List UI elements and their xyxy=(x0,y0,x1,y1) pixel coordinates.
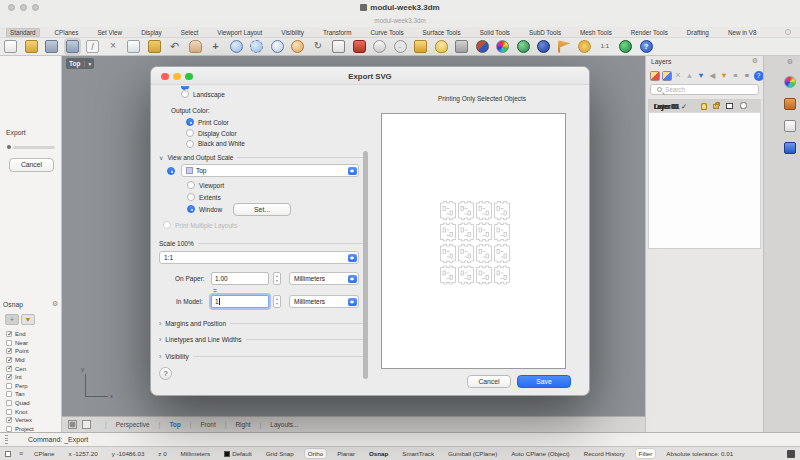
toolbar-tab[interactable]: Surface Tools xyxy=(419,28,465,37)
collapsed-section-header[interactable]: › Visibility xyxy=(159,348,363,365)
osnap-filter-tab-icon[interactable]: ▼ xyxy=(21,314,35,325)
view-dropdown[interactable]: Top xyxy=(181,164,359,177)
status-bar-item[interactable]: z 0 xyxy=(155,449,169,458)
help-icon[interactable]: ? xyxy=(640,40,653,53)
status-bar-item[interactable]: CPlane xyxy=(31,449,57,458)
viewport-tab[interactable]: Top xyxy=(150,421,181,428)
set-window-button[interactable]: Set... xyxy=(233,203,291,216)
dialog-save-button[interactable]: Save xyxy=(517,375,571,388)
status-pages-icon[interactable] xyxy=(787,450,795,458)
list-view-icon[interactable]: ≡ xyxy=(731,71,741,81)
toolbar-tab[interactable]: New in V8 xyxy=(724,28,761,37)
status-bar-item[interactable]: Gumball (CPlane) xyxy=(445,449,500,458)
rotate-view-icon[interactable]: ↻ xyxy=(312,40,325,53)
osnap-checkbox[interactable]: Near xyxy=(6,339,60,348)
toolbar-tab[interactable]: Visibility xyxy=(277,28,308,37)
new-sublayer-icon[interactable] xyxy=(662,71,672,81)
osnap-checkbox[interactable]: End xyxy=(6,330,60,339)
gear-flower-icon[interactable] xyxy=(578,40,591,53)
status-bar-item[interactable]: Millimeters xyxy=(178,449,214,458)
filter-yellow-icon[interactable]: ▼ xyxy=(719,71,729,81)
extents-radio[interactable]: Extents xyxy=(187,192,221,203)
osnap-checkbox[interactable]: Int xyxy=(6,373,60,382)
toolbar-tab[interactable]: Render Tools xyxy=(627,28,672,37)
status-bar-item[interactable]: Filter xyxy=(636,449,656,458)
menu-icon[interactable]: ≡ xyxy=(742,71,752,81)
export-cancel-button[interactable]: Cancel xyxy=(9,158,54,172)
status-bar-item[interactable]: y -10486.03 xyxy=(109,449,148,458)
save-locked-icon[interactable] xyxy=(66,40,79,53)
osnap-checkbox[interactable]: Quad xyxy=(6,399,60,408)
layer-visibility-bulb-icon[interactable] xyxy=(701,103,707,110)
viewport-title-button[interactable]: Top▾ xyxy=(66,58,94,69)
window-radio[interactable]: Window xyxy=(187,204,222,215)
pen-tool-icon[interactable]: / xyxy=(86,40,99,53)
command-prompt-text[interactable]: Command: _Export xyxy=(28,436,88,443)
toolbar-tab[interactable]: Viewport Layout xyxy=(213,28,266,37)
in-model-units-dropdown[interactable]: Millimeters xyxy=(289,295,359,308)
collapse-icon[interactable]: ◀ xyxy=(708,71,718,81)
layers-help-icon[interactable]: ? xyxy=(754,71,764,81)
osnap-snap-tab-icon[interactable]: + xyxy=(5,314,19,325)
scrollbar-thumb[interactable] xyxy=(363,151,368,379)
status-bar-item[interactable]: SmartTrack xyxy=(399,449,437,458)
osnap-checkbox[interactable]: Point xyxy=(6,347,60,356)
toolbar-tab[interactable]: Drafting xyxy=(683,28,713,37)
status-bar-item[interactable]: Osnap xyxy=(366,449,391,458)
osnap-checkbox[interactable]: Vertex xyxy=(6,416,60,425)
layer-row[interactable]: Layer 05 xyxy=(649,100,760,112)
scale-ratio-dropdown[interactable]: 1:1 xyxy=(159,251,359,264)
osnap-checkbox[interactable]: Perp xyxy=(6,382,60,391)
osnap-gear-icon[interactable]: ⚙ xyxy=(52,300,58,308)
hide-eye-icon[interactable] xyxy=(373,40,386,53)
landscape-radio[interactable]: Landscape xyxy=(181,89,225,100)
viewport-tab[interactable]: Layouts... xyxy=(251,421,299,428)
scale-dimension-icon[interactable]: 1:1 xyxy=(599,40,612,53)
toolbar-tab[interactable]: Mesh Tools xyxy=(576,28,616,37)
status-bar-item[interactable]: Ortho xyxy=(305,449,326,458)
view-radio[interactable] xyxy=(167,167,175,175)
status-bar-item[interactable]: Record History xyxy=(581,449,628,458)
viewport-tab[interactable]: Front xyxy=(181,421,216,428)
view-output-scale-header[interactable]: ∨ View and Output Scale xyxy=(159,154,363,161)
toolbar-tab[interactable]: Select xyxy=(177,28,203,37)
display-tab-icon[interactable] xyxy=(784,120,796,132)
single-viewport-icon[interactable] xyxy=(82,420,91,429)
render-globe-icon[interactable] xyxy=(619,40,632,53)
zoom-selected-icon[interactable] xyxy=(291,40,304,53)
save-icon[interactable] xyxy=(45,40,58,53)
undo-icon[interactable]: ↶ xyxy=(168,40,181,53)
on-paper-field[interactable]: 1.00 xyxy=(211,272,269,285)
layer-color-swatch[interactable] xyxy=(726,103,733,110)
toolbar-tab[interactable]: Display xyxy=(137,28,166,37)
status-bar-item[interactable]: Auto CPlane (Object) xyxy=(508,449,572,458)
status-menu-icon[interactable]: ≡ xyxy=(19,450,23,457)
command-line[interactable]: Command: _Export xyxy=(0,432,800,446)
toolbar-tab[interactable]: Curve Tools xyxy=(366,28,407,37)
output-color-radio[interactable]: Black and White xyxy=(186,139,245,150)
isolate-icon[interactable]: · xyxy=(394,40,407,53)
dock-gear-icon[interactable]: ⚙ xyxy=(787,58,793,66)
toolbar-options-icon[interactable] xyxy=(785,29,791,35)
dialog-scrollbar[interactable] xyxy=(363,87,368,379)
globe-icon[interactable] xyxy=(537,40,550,53)
osnap-checkbox[interactable]: Knot xyxy=(6,407,60,416)
collapsed-section-header[interactable]: › Linetypes and Line Widths xyxy=(159,332,363,349)
dialog-help-button[interactable]: ? xyxy=(159,367,172,380)
properties-tab-icon[interactable] xyxy=(784,76,796,88)
toolbar-tab[interactable]: Transform xyxy=(319,28,355,37)
flag-icon[interactable] xyxy=(558,40,571,53)
toolbar-tab[interactable]: Standard xyxy=(6,28,40,37)
status-checkbox-icon[interactable] xyxy=(5,451,11,457)
on-paper-units-dropdown[interactable]: Millimeters xyxy=(289,272,359,285)
layer-material-circle-icon[interactable] xyxy=(740,102,747,109)
shade-icon[interactable] xyxy=(353,40,366,53)
status-bar-item[interactable]: x -1257.20 xyxy=(65,449,100,458)
output-color-radio[interactable]: Print Color xyxy=(186,117,245,128)
display-mode-icon[interactable] xyxy=(476,40,489,53)
status-bar-item[interactable]: Default xyxy=(221,449,255,458)
collapsed-section-header[interactable]: › Margins and Position xyxy=(159,315,363,332)
delete-icon[interactable]: × xyxy=(107,40,120,53)
copy-icon[interactable] xyxy=(127,40,140,53)
new-layer-icon[interactable] xyxy=(650,71,660,81)
